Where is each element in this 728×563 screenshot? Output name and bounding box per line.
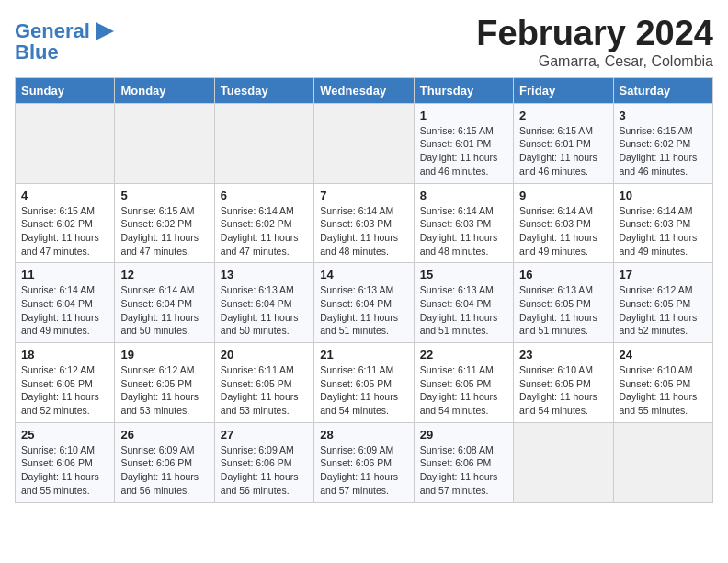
- day-number: 24: [620, 348, 707, 362]
- day-info: Sunrise: 6:13 AM Sunset: 6:04 PM Dayligh…: [221, 283, 308, 338]
- calendar-cell: 4Sunrise: 6:15 AM Sunset: 6:02 PM Daylig…: [16, 183, 115, 263]
- logo: General Blue: [15, 18, 118, 64]
- day-number: 12: [120, 268, 208, 282]
- month-title: February 2024: [476, 15, 713, 53]
- calendar-cell: 12Sunrise: 6:14 AM Sunset: 6:04 PM Dayli…: [115, 263, 214, 343]
- day-info: Sunrise: 6:15 AM Sunset: 6:02 PM Dayligh…: [120, 204, 208, 259]
- day-number: 22: [420, 348, 507, 362]
- day-number: 27: [221, 428, 308, 442]
- day-info: Sunrise: 6:15 AM Sunset: 6:01 PM Dayligh…: [519, 124, 607, 178]
- calendar-cell: 21Sunrise: 6:11 AM Sunset: 6:05 PM Dayli…: [314, 343, 414, 423]
- day-number: 11: [21, 268, 108, 282]
- weekday-header-wednesday: Wednesday: [314, 77, 414, 103]
- calendar-cell: [214, 103, 313, 183]
- calendar-table: SundayMondayTuesdayWednesdayThursdayFrid…: [15, 77, 713, 503]
- day-number: 17: [620, 268, 707, 282]
- day-info: Sunrise: 6:14 AM Sunset: 6:03 PM Dayligh…: [519, 204, 607, 259]
- calendar-cell: 14Sunrise: 6:13 AM Sunset: 6:04 PM Dayli…: [314, 263, 414, 343]
- svg-marker-0: [96, 22, 114, 40]
- calendar-cell: 13Sunrise: 6:13 AM Sunset: 6:04 PM Dayli…: [214, 263, 313, 343]
- day-info: Sunrise: 6:15 AM Sunset: 6:02 PM Dayligh…: [21, 204, 108, 259]
- location: Gamarra, Cesar, Colombia: [476, 53, 713, 70]
- day-info: Sunrise: 6:13 AM Sunset: 6:04 PM Dayligh…: [420, 283, 507, 338]
- day-number: 3: [620, 109, 707, 122]
- calendar-cell: 2Sunrise: 6:15 AM Sunset: 6:01 PM Daylig…: [514, 103, 613, 183]
- day-info: Sunrise: 6:12 AM Sunset: 6:05 PM Dayligh…: [120, 363, 208, 418]
- header: General Blue February 2024 Gamarra, Cesa…: [15, 15, 713, 70]
- calendar-cell: [16, 103, 115, 183]
- day-number: 9: [519, 189, 607, 202]
- calendar-cell: 23Sunrise: 6:10 AM Sunset: 6:05 PM Dayli…: [514, 343, 613, 423]
- day-number: 19: [120, 348, 208, 362]
- calendar-cell: 9Sunrise: 6:14 AM Sunset: 6:03 PM Daylig…: [514, 183, 613, 263]
- day-info: Sunrise: 6:08 AM Sunset: 6:06 PM Dayligh…: [420, 443, 507, 498]
- day-info: Sunrise: 6:12 AM Sunset: 6:05 PM Dayligh…: [21, 363, 108, 418]
- day-number: 16: [519, 268, 607, 282]
- calendar-cell: 10Sunrise: 6:14 AM Sunset: 6:03 PM Dayli…: [613, 183, 712, 263]
- day-number: 14: [320, 268, 407, 282]
- weekday-header-monday: Monday: [115, 77, 214, 103]
- day-info: Sunrise: 6:14 AM Sunset: 6:03 PM Dayligh…: [620, 204, 707, 259]
- day-number: 20: [221, 348, 308, 362]
- day-info: Sunrise: 6:09 AM Sunset: 6:06 PM Dayligh…: [120, 443, 208, 498]
- day-info: Sunrise: 6:11 AM Sunset: 6:05 PM Dayligh…: [221, 363, 308, 418]
- day-number: 29: [420, 428, 507, 442]
- calendar-cell: 27Sunrise: 6:09 AM Sunset: 6:06 PM Dayli…: [214, 422, 313, 502]
- day-info: Sunrise: 6:13 AM Sunset: 6:04 PM Dayligh…: [320, 283, 407, 338]
- day-number: 5: [120, 189, 208, 202]
- day-number: 21: [320, 348, 407, 362]
- calendar-cell: 11Sunrise: 6:14 AM Sunset: 6:04 PM Dayli…: [16, 263, 115, 343]
- day-info: Sunrise: 6:15 AM Sunset: 6:01 PM Dayligh…: [420, 124, 507, 178]
- logo-text: General: [15, 21, 90, 41]
- day-number: 15: [420, 268, 507, 282]
- day-number: 2: [519, 109, 607, 122]
- calendar-cell: 24Sunrise: 6:10 AM Sunset: 6:05 PM Dayli…: [613, 343, 712, 423]
- calendar-cell: 22Sunrise: 6:11 AM Sunset: 6:05 PM Dayli…: [414, 343, 513, 423]
- title-block: February 2024 Gamarra, Cesar, Colombia: [476, 15, 713, 70]
- day-number: 8: [420, 189, 507, 202]
- day-info: Sunrise: 6:09 AM Sunset: 6:06 PM Dayligh…: [320, 443, 407, 498]
- calendar-cell: 1Sunrise: 6:15 AM Sunset: 6:01 PM Daylig…: [414, 103, 513, 183]
- day-info: Sunrise: 6:11 AM Sunset: 6:05 PM Dayligh…: [320, 363, 407, 418]
- day-info: Sunrise: 6:14 AM Sunset: 6:04 PM Dayligh…: [120, 283, 208, 338]
- day-info: Sunrise: 6:10 AM Sunset: 6:06 PM Dayligh…: [21, 443, 108, 498]
- day-info: Sunrise: 6:10 AM Sunset: 6:05 PM Dayligh…: [519, 363, 607, 418]
- day-number: 13: [221, 268, 308, 282]
- calendar-cell: 6Sunrise: 6:14 AM Sunset: 6:02 PM Daylig…: [214, 183, 313, 263]
- day-info: Sunrise: 6:11 AM Sunset: 6:05 PM Dayligh…: [420, 363, 507, 418]
- day-info: Sunrise: 6:10 AM Sunset: 6:05 PM Dayligh…: [620, 363, 707, 418]
- day-number: 18: [21, 348, 108, 362]
- day-info: Sunrise: 6:14 AM Sunset: 6:02 PM Dayligh…: [221, 204, 308, 259]
- weekday-header-sunday: Sunday: [16, 77, 115, 103]
- day-number: 25: [21, 428, 108, 442]
- day-number: 26: [120, 428, 208, 442]
- logo-icon: [92, 18, 118, 44]
- calendar-cell: 7Sunrise: 6:14 AM Sunset: 6:03 PM Daylig…: [314, 183, 414, 263]
- day-number: 6: [221, 189, 308, 202]
- weekday-header-saturday: Saturday: [613, 77, 712, 103]
- day-info: Sunrise: 6:14 AM Sunset: 6:03 PM Dayligh…: [420, 204, 507, 259]
- calendar-cell: 8Sunrise: 6:14 AM Sunset: 6:03 PM Daylig…: [414, 183, 513, 263]
- day-number: 7: [320, 189, 407, 202]
- day-number: 28: [320, 428, 407, 442]
- day-info: Sunrise: 6:15 AM Sunset: 6:02 PM Dayligh…: [620, 124, 707, 178]
- weekday-header-tuesday: Tuesday: [214, 77, 313, 103]
- day-number: 23: [519, 348, 607, 362]
- day-info: Sunrise: 6:14 AM Sunset: 6:04 PM Dayligh…: [21, 283, 108, 338]
- calendar-cell: 19Sunrise: 6:12 AM Sunset: 6:05 PM Dayli…: [115, 343, 214, 423]
- day-info: Sunrise: 6:12 AM Sunset: 6:05 PM Dayligh…: [620, 283, 707, 338]
- calendar-cell: [314, 103, 414, 183]
- calendar-cell: 3Sunrise: 6:15 AM Sunset: 6:02 PM Daylig…: [613, 103, 712, 183]
- day-number: 10: [620, 189, 707, 202]
- calendar-cell: 20Sunrise: 6:11 AM Sunset: 6:05 PM Dayli…: [214, 343, 313, 423]
- day-number: 4: [21, 189, 108, 202]
- calendar-cell: 28Sunrise: 6:09 AM Sunset: 6:06 PM Dayli…: [314, 422, 414, 502]
- weekday-header-friday: Friday: [514, 77, 613, 103]
- calendar-cell: 29Sunrise: 6:08 AM Sunset: 6:06 PM Dayli…: [414, 422, 513, 502]
- calendar-cell: 15Sunrise: 6:13 AM Sunset: 6:04 PM Dayli…: [414, 263, 513, 343]
- calendar-cell: 18Sunrise: 6:12 AM Sunset: 6:05 PM Dayli…: [16, 343, 115, 423]
- calendar-cell: [115, 103, 214, 183]
- weekday-header-thursday: Thursday: [414, 77, 513, 103]
- calendar-cell: [613, 422, 712, 502]
- day-number: 1: [420, 109, 507, 122]
